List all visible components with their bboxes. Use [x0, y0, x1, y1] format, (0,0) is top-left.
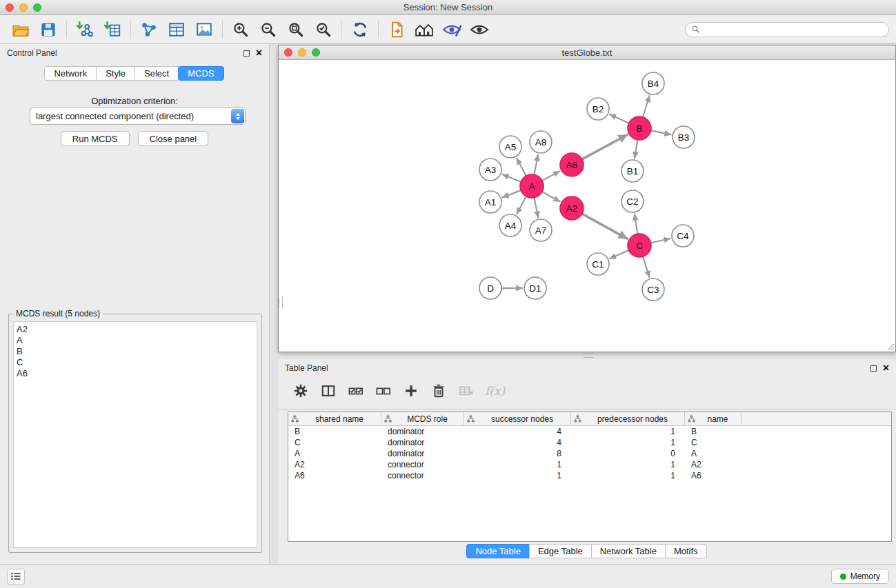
first-neighbors-icon[interactable] — [410, 18, 438, 41]
close-window-button[interactable] — [6, 3, 14, 12]
task-history-button[interactable] — [7, 569, 25, 585]
graph-node-C3[interactable]: C3 — [642, 278, 664, 301]
resize-grip-icon[interactable] — [885, 341, 895, 351]
graph-node-B[interactable]: B — [628, 116, 651, 140]
edge-A-A2[interactable] — [542, 192, 561, 202]
graph-node-D[interactable]: D — [479, 277, 501, 299]
export-image-icon[interactable] — [190, 18, 218, 41]
close-table-panel-icon[interactable]: × — [883, 364, 889, 372]
edge-A-A3[interactable] — [502, 174, 521, 182]
edge-A2-C[interactable] — [582, 214, 628, 239]
column-header-successor-nodes[interactable]: successor nodes — [464, 412, 571, 425]
graph-node-A3[interactable]: A3 — [479, 159, 501, 181]
graph-node-C[interactable]: C — [628, 234, 651, 257]
graph-node-C4[interactable]: C4 — [672, 225, 694, 247]
graph-node-C2[interactable]: C2 — [621, 190, 644, 212]
deselect-all-columns-icon[interactable] — [375, 382, 392, 400]
graph-node-B4[interactable]: B4 — [642, 72, 664, 94]
graph-node-A8[interactable]: A8 — [530, 131, 552, 153]
mcds-result-item[interactable]: C — [17, 357, 257, 368]
graph-node-D1[interactable]: D1 — [524, 277, 546, 299]
table-row[interactable]: Adominator80A — [288, 448, 891, 459]
close-panel-button[interactable]: Close panel — [138, 131, 209, 146]
graph-node-B3[interactable]: B3 — [673, 126, 695, 148]
column-header-MCDS-role[interactable]: MCDS role — [381, 412, 464, 425]
edge-C-C1[interactable] — [609, 250, 628, 259]
table-row[interactable]: Bdominator41B — [288, 426, 891, 437]
edge-A-A5[interactable] — [517, 158, 526, 176]
table-row[interactable]: A2connector11A2 — [288, 459, 891, 470]
tab-node-table[interactable]: Node Table — [466, 544, 530, 558]
tab-edge-table[interactable]: Edge Table — [529, 544, 592, 558]
select-all-columns-icon[interactable] — [347, 382, 365, 400]
column-header-shared-name[interactable]: shared name — [288, 412, 381, 425]
criterion-select[interactable]: largest connected component (directed) — [30, 108, 246, 125]
import-network-icon[interactable] — [71, 18, 99, 41]
settings-icon[interactable] — [292, 382, 310, 400]
minimize-window-button[interactable] — [19, 3, 28, 12]
graph-node-A[interactable]: A — [520, 174, 544, 198]
horizontal-splitter-grip-icon[interactable] — [584, 354, 593, 358]
edge-A-A6[interactable] — [542, 171, 560, 181]
apply-layout-icon[interactable] — [346, 18, 374, 41]
table-row[interactable]: A6connector11A6 — [288, 470, 891, 481]
graph-node-A1[interactable]: A1 — [479, 191, 501, 213]
show-columns-icon[interactable] — [319, 382, 337, 400]
search-field[interactable] — [685, 22, 889, 37]
edge-A-A8[interactable] — [534, 154, 538, 175]
edge-A6-B[interactable] — [582, 134, 628, 159]
graph-node-A7[interactable]: A7 — [530, 219, 552, 241]
graph-node-A6[interactable]: A6 — [560, 153, 584, 176]
graph-node-B1[interactable]: B1 — [621, 160, 644, 182]
run-mcds-button[interactable]: Run MCDS — [61, 131, 130, 146]
float-panel-icon[interactable] — [243, 50, 250, 57]
mcds-result-item[interactable]: A — [17, 335, 257, 346]
tab-network[interactable]: Network — [44, 66, 97, 81]
delete-column-icon[interactable] — [430, 382, 448, 400]
edge-A-A1[interactable] — [502, 190, 521, 198]
tab-network-table[interactable]: Network Table — [591, 544, 666, 558]
edge-C-C3[interactable] — [643, 256, 650, 278]
mcds-result-item[interactable]: A2 — [17, 324, 257, 335]
open-session-icon[interactable] — [7, 18, 34, 41]
edge-B-B4[interactable] — [643, 95, 650, 117]
show-all-icon[interactable] — [466, 18, 493, 41]
zoom-in-icon[interactable] — [227, 18, 255, 41]
column-header-predecessor-nodes[interactable]: predecessor nodes — [571, 412, 685, 425]
zoom-out-icon[interactable] — [255, 18, 282, 41]
close-panel-icon[interactable]: × — [256, 49, 262, 57]
graph-node-A4[interactable]: A4 — [499, 214, 521, 236]
edge-B-B2[interactable] — [609, 114, 628, 123]
tab-mcds[interactable]: MCDS — [178, 66, 223, 81]
maximize-window-button[interactable] — [33, 3, 41, 12]
column-header-name[interactable]: name — [685, 412, 741, 425]
edge-B-B1[interactable] — [635, 140, 637, 159]
memory-button[interactable]: Memory — [831, 569, 889, 584]
save-session-icon[interactable] — [34, 18, 62, 41]
edge-B-B3[interactable] — [651, 130, 672, 134]
edge-C-C4[interactable] — [651, 239, 671, 243]
graph-node-A5[interactable]: A5 — [499, 136, 521, 158]
zoom-fit-icon[interactable] — [282, 18, 310, 41]
duplicate-network-icon[interactable] — [383, 18, 410, 41]
table-row[interactable]: Cdominator41C — [288, 437, 891, 448]
mcds-result-item[interactable]: B — [17, 346, 257, 357]
add-column-icon[interactable] — [402, 382, 420, 400]
splitter-grip-icon[interactable] — [279, 297, 283, 308]
graph-node-A2[interactable]: A2 — [560, 196, 584, 220]
tab-select[interactable]: Select — [135, 66, 179, 81]
edge-A-A4[interactable] — [517, 196, 526, 214]
zoom-selected-icon[interactable] — [310, 18, 337, 41]
network-canvas[interactable]: B4B2BB3A5A8A6B1A3AC2A1A2A4A7C4CC1C3DD1 — [279, 60, 895, 352]
edge-C-C2[interactable] — [635, 214, 638, 234]
graph-node-B2[interactable]: B2 — [587, 98, 609, 120]
import-table-icon[interactable] — [99, 18, 126, 41]
float-table-panel-icon[interactable] — [870, 365, 877, 372]
hide-selected-icon[interactable] — [438, 18, 466, 41]
mcds-result-item[interactable]: A6 — [17, 368, 257, 379]
search-input[interactable] — [704, 24, 883, 35]
edge-A-A7[interactable] — [534, 198, 538, 219]
new-network-icon[interactable] — [135, 18, 163, 41]
graph-node-C1[interactable]: C1 — [587, 253, 609, 275]
tab-motifs[interactable]: Motifs — [665, 544, 707, 558]
